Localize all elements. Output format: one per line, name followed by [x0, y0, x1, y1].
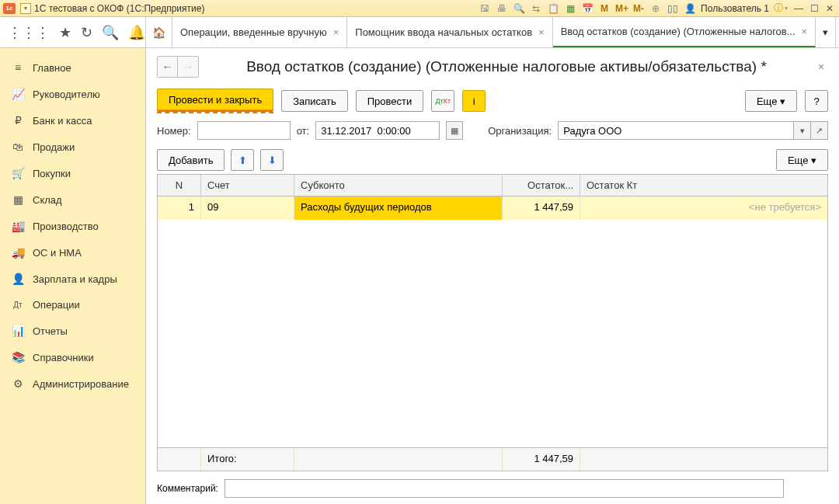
tab-close-icon[interactable]: ×	[538, 26, 545, 38]
sidebar-item-label: Операции	[33, 299, 80, 311]
calendar-icon[interactable]: 📅	[581, 3, 594, 14]
minimize-button[interactable]: —	[792, 3, 805, 14]
window-title: 1С тестовая с ОКОФ (1С:Предприятие)	[34, 3, 204, 14]
sidebar-item-production[interactable]: 🏭Производство	[0, 213, 145, 239]
user-icon: 👤	[684, 3, 696, 14]
tab-label: Операции, введенные вручную	[180, 26, 327, 38]
calc-icon[interactable]: ▦	[564, 3, 576, 14]
form-close-icon[interactable]: ×	[814, 61, 828, 73]
search-icon[interactable]: 🔍	[102, 24, 119, 41]
tab-close-icon[interactable]: ×	[333, 26, 339, 38]
dtkt-icon: Дт	[11, 301, 25, 309]
cell-balance-kt: <не требуется>	[580, 196, 827, 220]
number-input[interactable]	[197, 121, 291, 140]
save-button[interactable]: Записать	[281, 90, 348, 112]
comment-label: Комментарий:	[157, 483, 218, 494]
org-dropdown-icon[interactable]: ▾	[794, 121, 811, 140]
nav-forward-button[interactable]: →	[178, 57, 198, 77]
cell-n: 1	[158, 196, 201, 220]
post-and-close-button[interactable]: Провести и закрыть	[157, 89, 273, 110]
sidebar-item-label: Производство	[33, 221, 99, 232]
history-icon[interactable]: ↻	[81, 24, 92, 41]
m-icon[interactable]: M	[598, 3, 611, 14]
zoom-icon[interactable]: ⊕	[649, 3, 662, 14]
panes-icon[interactable]: ▯▯	[667, 3, 679, 14]
content-area: ← → Ввод остатков (создание) (Отложенные…	[146, 48, 839, 504]
tab-operations[interactable]: Операции, введенные вручную ×	[172, 17, 347, 47]
info-button[interactable]: i	[462, 90, 486, 112]
sidebar-item-salary[interactable]: 👤Зарплата и кадры	[0, 266, 145, 292]
sidebar-item-main[interactable]: ≡Главное	[0, 54, 145, 81]
toolbar-left: ⋮⋮⋮ ★ ↻ 🔍 🔔	[0, 17, 146, 47]
command-row: ⋮⋮⋮ ★ ↻ 🔍 🔔 🏠 Операции, введенные вручну…	[0, 17, 839, 48]
apps-icon[interactable]: ⋮⋮⋮	[8, 24, 50, 41]
org-open-icon[interactable]: ↗	[811, 121, 828, 140]
sidebar-item-assets[interactable]: 🚚ОС и НМА	[0, 239, 145, 266]
sidebar-item-label: Продажи	[33, 141, 75, 153]
sidebar-item-reports[interactable]: 📊Отчеты	[0, 318, 145, 344]
title-dropdown-icon[interactable]: ▾	[20, 3, 31, 14]
compare-icon[interactable]: ⇆	[530, 3, 542, 14]
sidebar-item-catalogs[interactable]: 📚Справочники	[0, 344, 145, 370]
person-icon: 👤	[11, 273, 25, 285]
cell-subconto[interactable]: Расходы будущих периодов	[294, 196, 503, 220]
clipboard-icon[interactable]: 📋	[547, 3, 559, 14]
org-input[interactable]	[558, 121, 794, 140]
sidebar-item-bank[interactable]: ₽Банк и касса	[0, 107, 145, 134]
col-subconto[interactable]: Субконто	[294, 175, 503, 196]
tab-bar: 🏠 Операции, введенные вручную × Помощник…	[146, 17, 839, 47]
tab-home[interactable]: 🏠	[146, 17, 172, 47]
chart-icon: 📈	[11, 88, 25, 100]
col-n[interactable]: N	[158, 175, 201, 196]
m-minus-icon[interactable]: M-	[632, 3, 645, 14]
bag-icon: 🛍	[11, 141, 25, 153]
date-picker-icon[interactable]: ▦	[446, 121, 463, 140]
table-row[interactable]: 1 09 Расходы будущих периодов 1 447,59 <…	[158, 196, 827, 220]
sidebar-item-warehouse[interactable]: ▦Склад	[0, 186, 145, 213]
bell-icon[interactable]: 🔔	[128, 24, 145, 41]
save-icon[interactable]: 🖫	[479, 3, 491, 14]
help-button[interactable]: ?	[805, 90, 828, 112]
sidebar-item-purchases[interactable]: 🛒Покупки	[0, 160, 145, 186]
m-plus-icon[interactable]: M+	[615, 3, 628, 14]
comment-input[interactable]	[225, 479, 784, 498]
page-title: Ввод остатков (создание) (Отложенные нал…	[205, 58, 808, 75]
gear-icon: ⚙	[11, 377, 25, 390]
maximize-button[interactable]: ☐	[808, 3, 820, 14]
sidebar-item-sales[interactable]: 🛍Продажи	[0, 134, 145, 160]
tab-label: Помощник ввода начальных остатков	[355, 26, 532, 38]
tab-assistant[interactable]: Помощник ввода начальных остатков ×	[347, 17, 552, 47]
more-button[interactable]: Еще ▾	[745, 90, 797, 112]
table-header: N Счет Субконто Остаток... Остаток Кт	[158, 175, 827, 196]
info-dropdown-icon[interactable]: ▾	[785, 5, 788, 12]
star-icon[interactable]: ★	[59, 24, 71, 41]
post-button[interactable]: Провести	[356, 90, 424, 112]
nav-back-button[interactable]: ←	[158, 57, 178, 77]
sidebar-item-manager[interactable]: 📈Руководителю	[0, 81, 145, 107]
sidebar-item-label: Банк и касса	[33, 115, 92, 127]
print-icon[interactable]: 🖶	[496, 3, 508, 14]
close-button[interactable]: ✕	[823, 3, 836, 14]
date-input[interactable]	[315, 121, 440, 140]
dtkt-button[interactable]: ДтКт	[431, 90, 454, 112]
sidebar-item-label: Зарплата и кадры	[33, 273, 117, 285]
col-account[interactable]: Счет	[201, 175, 294, 196]
sidebar-item-admin[interactable]: ⚙Администрирование	[0, 370, 145, 397]
add-row-button[interactable]: Добавить	[157, 149, 225, 171]
sidebar-item-label: ОС и НМА	[33, 247, 82, 259]
tab-balance-entry[interactable]: Ввод остатков (создание) (Отложенные нал…	[553, 17, 816, 47]
col-balance-kt[interactable]: Остаток Кт	[580, 175, 827, 196]
table-more-button[interactable]: Еще ▾	[776, 149, 828, 171]
info-icon[interactable]: ⓘ	[774, 2, 783, 15]
sidebar-item-label: Руководителю	[33, 89, 100, 100]
cell-account: 09	[201, 196, 294, 220]
move-up-button[interactable]: ⬆	[231, 149, 254, 171]
tab-overflow[interactable]: ▾	[816, 17, 836, 47]
sidebar-item-label: Справочники	[33, 352, 94, 363]
tab-close-icon[interactable]: ×	[802, 26, 808, 37]
preview-icon[interactable]: 🔍	[513, 3, 525, 14]
col-balance-dt[interactable]: Остаток...	[503, 175, 580, 196]
move-down-button[interactable]: ⬇	[260, 149, 284, 171]
current-user[interactable]: Пользователь 1	[701, 3, 769, 14]
sidebar-item-operations[interactable]: ДтОперации	[0, 292, 145, 318]
